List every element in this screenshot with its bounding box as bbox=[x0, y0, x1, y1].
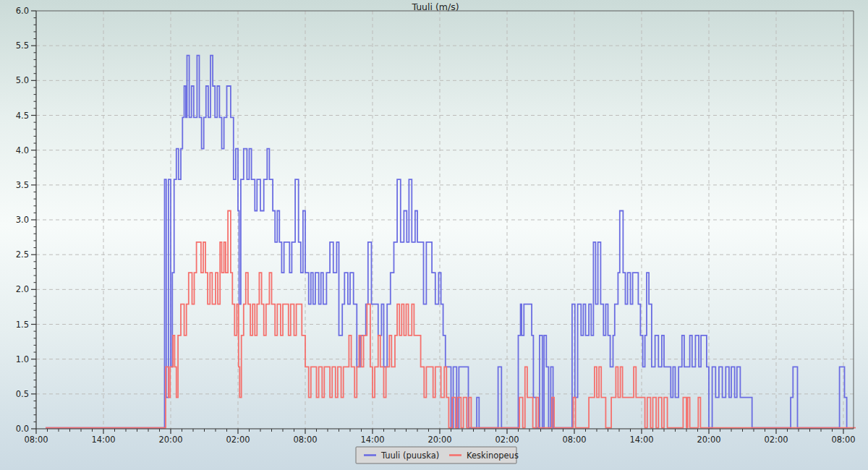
x-tick-label: 08:00 bbox=[831, 435, 855, 445]
y-tick-label: 4.0 bbox=[16, 145, 29, 155]
legend: Tuuli (puuska) Keskinopeus bbox=[356, 447, 519, 463]
x-tick-label: 08:00 bbox=[24, 435, 48, 445]
x-tick-label: 02:00 bbox=[495, 435, 519, 445]
wind-chart: Tuuli (m/s) 0.00.51.01.52.02.53.03.54.04… bbox=[0, 0, 868, 470]
y-tick-label: 0.5 bbox=[16, 389, 29, 399]
y-tick-label: 2.5 bbox=[16, 249, 29, 260]
y-tick-label: 4.5 bbox=[16, 111, 29, 121]
x-tick-label: 14:00 bbox=[91, 435, 115, 445]
legend-label-gust: Tuuli (puuska) bbox=[380, 450, 439, 461]
x-tick-label: 08:00 bbox=[562, 435, 586, 445]
y-tick-label: 2.0 bbox=[16, 284, 29, 294]
y-tick-label: 5.5 bbox=[16, 40, 29, 51]
x-tick-label: 08:00 bbox=[293, 435, 317, 445]
x-tick-label: 20:00 bbox=[158, 435, 182, 445]
y-tick-label: 1.0 bbox=[16, 354, 29, 364]
x-tick-label: 14:00 bbox=[629, 435, 653, 445]
y-tick-label: 5.0 bbox=[16, 75, 29, 85]
y-tick-label: 0.0 bbox=[16, 424, 29, 434]
page-background bbox=[0, 0, 868, 470]
y-tick-label: 3.5 bbox=[16, 180, 29, 190]
x-tick-label: 20:00 bbox=[697, 435, 720, 445]
wind-chart-page: Tuuli (m/s) 0.00.51.01.52.02.53.03.54.04… bbox=[0, 0, 868, 470]
x-tick-label: 14:00 bbox=[360, 435, 384, 445]
y-tick-label: 6.0 bbox=[16, 6, 29, 16]
y-tick-label: 3.0 bbox=[16, 215, 29, 225]
x-tick-label: 02:00 bbox=[226, 435, 250, 445]
x-tick-label: 02:00 bbox=[764, 435, 788, 445]
y-tick-label: 1.5 bbox=[16, 320, 29, 330]
legend-label-avg: Keskinopeus bbox=[467, 450, 519, 461]
x-tick-label: 20:00 bbox=[427, 435, 451, 445]
